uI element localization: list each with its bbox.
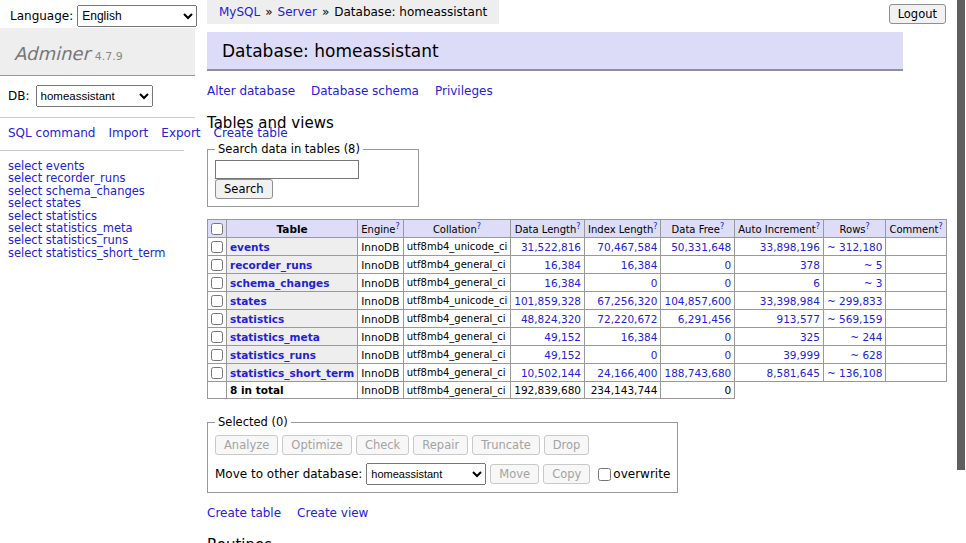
table-name-link[interactable]: states xyxy=(230,295,267,307)
help-link[interactable]: ? xyxy=(477,222,481,231)
rows-link[interactable]: ~ 299,833 xyxy=(827,295,883,307)
auto-increment-link[interactable]: 33,898,196 xyxy=(760,241,820,253)
repair-button[interactable]: Repair xyxy=(413,435,468,455)
row-checkbox[interactable] xyxy=(211,313,223,325)
breadcrumb-link-server[interactable]: Server xyxy=(278,5,317,19)
create-table-link-bottom[interactable]: Create table xyxy=(207,506,281,520)
data-free-link[interactable]: 188,743,680 xyxy=(664,367,731,379)
data-length-link[interactable]: 49,152 xyxy=(544,349,581,361)
table-name-cell: states xyxy=(227,292,358,310)
help-link[interactable]: ? xyxy=(396,222,400,231)
index-length-cell: 16,384 xyxy=(585,256,661,274)
data-length-link[interactable]: 16,384 xyxy=(544,259,581,271)
index-length-link[interactable]: 16,384 xyxy=(621,259,658,271)
total-data-length-cell: 192,839,680 xyxy=(511,382,585,399)
rows-link[interactable]: ~ 569,159 xyxy=(827,313,883,325)
index-length-link[interactable]: 0 xyxy=(651,349,658,361)
index-length-link[interactable]: 67,256,320 xyxy=(597,295,657,307)
table-name-link[interactable]: statistics_short_term xyxy=(230,367,354,379)
optimize-button[interactable]: Optimize xyxy=(282,435,352,455)
engine-cell: InnoDB xyxy=(358,328,404,346)
table-name-link[interactable]: statistics_meta xyxy=(230,331,320,343)
data-length-link[interactable]: 49,152 xyxy=(544,331,581,343)
truncate-button[interactable]: Truncate xyxy=(472,435,540,455)
move-button[interactable]: Move xyxy=(490,464,539,484)
auto-increment-link[interactable]: 6 xyxy=(813,277,820,289)
index-length-link[interactable]: 16,384 xyxy=(621,331,658,343)
total-collation-cell: utf8mb4_general_ci xyxy=(403,382,510,399)
sidebar-select-link[interactable]: select statistics_short_term xyxy=(8,246,165,260)
help-link[interactable]: ? xyxy=(866,222,870,231)
row-checkbox[interactable] xyxy=(211,259,223,271)
import-link[interactable]: Import xyxy=(108,126,148,140)
data-free-link[interactable]: 50,331,648 xyxy=(671,241,731,253)
auto-increment-link[interactable]: 325 xyxy=(800,331,820,343)
table-name-link[interactable]: events xyxy=(230,241,270,253)
data-free-link[interactable]: 0 xyxy=(725,349,732,361)
data-length-link[interactable]: 48,824,320 xyxy=(521,313,581,325)
auto-increment-link[interactable]: 39,999 xyxy=(783,349,820,361)
search-input[interactable] xyxy=(215,160,359,179)
auto-increment-link[interactable]: 378 xyxy=(800,259,820,271)
overwrite-checkbox[interactable] xyxy=(598,468,611,481)
check-button[interactable]: Check xyxy=(356,435,409,455)
data-length-link[interactable]: 31,522,816 xyxy=(521,241,581,253)
row-checkbox[interactable] xyxy=(211,367,223,379)
rows-link[interactable]: ~ 136,108 xyxy=(827,367,883,379)
table-name-link[interactable]: statistics xyxy=(230,313,284,325)
table-name-link[interactable]: statistics_runs xyxy=(230,349,316,361)
db-select[interactable]: homeassistant xyxy=(36,85,153,107)
auto-increment-cell: 8,581,645 xyxy=(735,364,824,382)
row-checkbox[interactable] xyxy=(211,241,223,253)
table-name-link[interactable]: schema_changes xyxy=(230,277,330,289)
help-link[interactable]: ? xyxy=(816,222,820,231)
row-checkbox[interactable] xyxy=(211,349,223,361)
select-all-checkbox[interactable] xyxy=(211,223,223,235)
database-schema-link[interactable]: Database schema xyxy=(311,84,419,98)
row-checkbox[interactable] xyxy=(211,277,223,289)
data-length-link[interactable]: 10,502,144 xyxy=(521,367,581,379)
auto-increment-link[interactable]: 913,577 xyxy=(777,313,820,325)
scrollbar-thumb[interactable] xyxy=(957,0,965,470)
data-free-link[interactable]: 104,857,600 xyxy=(664,295,731,307)
scrollbar[interactable] xyxy=(956,0,966,543)
index-length-link[interactable]: 72,220,672 xyxy=(597,313,657,325)
analyze-button[interactable]: Analyze xyxy=(215,435,278,455)
data-length-link[interactable]: 16,384 xyxy=(544,277,581,289)
rows-link[interactable]: ~ 244 xyxy=(850,331,882,343)
app-title[interactable]: Adminer xyxy=(14,43,90,64)
row-checkbox[interactable] xyxy=(211,331,223,343)
create-view-link[interactable]: Create view xyxy=(297,506,368,520)
search-button[interactable]: Search xyxy=(215,179,273,199)
sql-command-link[interactable]: SQL command xyxy=(8,126,95,140)
index-length-link[interactable]: 70,467,584 xyxy=(597,241,657,253)
privileges-link[interactable]: Privileges xyxy=(435,84,493,98)
rows-link[interactable]: ~ 3 xyxy=(864,277,883,289)
auto-increment-link[interactable]: 8,581,645 xyxy=(766,367,819,379)
help-link[interactable]: ? xyxy=(653,222,657,231)
export-link[interactable]: Export xyxy=(161,126,200,140)
index-length-link[interactable]: 0 xyxy=(651,277,658,289)
data-free-link[interactable]: 0 xyxy=(725,277,732,289)
data-free-link[interactable]: 6,291,456 xyxy=(678,313,731,325)
rows-link[interactable]: ~ 5 xyxy=(864,259,883,271)
data-length-link[interactable]: 101,859,328 xyxy=(514,295,581,307)
copy-button[interactable]: Copy xyxy=(543,464,590,484)
help-link[interactable]: ? xyxy=(576,222,580,231)
auto-increment-link[interactable]: 33,398,984 xyxy=(760,295,820,307)
help-link[interactable]: ? xyxy=(720,222,724,231)
help-link[interactable]: ? xyxy=(938,222,942,231)
index-length-link[interactable]: 24,166,400 xyxy=(597,367,657,379)
data-free-link[interactable]: 0 xyxy=(725,331,732,343)
move-db-select[interactable]: homeassistant xyxy=(366,463,486,485)
drop-button[interactable]: Drop xyxy=(544,435,590,455)
data-free-link[interactable]: 0 xyxy=(725,259,732,271)
language-select[interactable]: English xyxy=(77,5,197,27)
db-label: DB: xyxy=(8,89,30,103)
breadcrumb-link-mysql[interactable]: MySQL xyxy=(219,5,260,19)
alter-database-link[interactable]: Alter database xyxy=(207,84,295,98)
row-checkbox[interactable] xyxy=(211,295,223,307)
table-name-link[interactable]: recorder_runs xyxy=(230,259,312,271)
rows-link[interactable]: ~ 312,180 xyxy=(827,241,883,253)
rows-link[interactable]: ~ 628 xyxy=(850,349,882,361)
